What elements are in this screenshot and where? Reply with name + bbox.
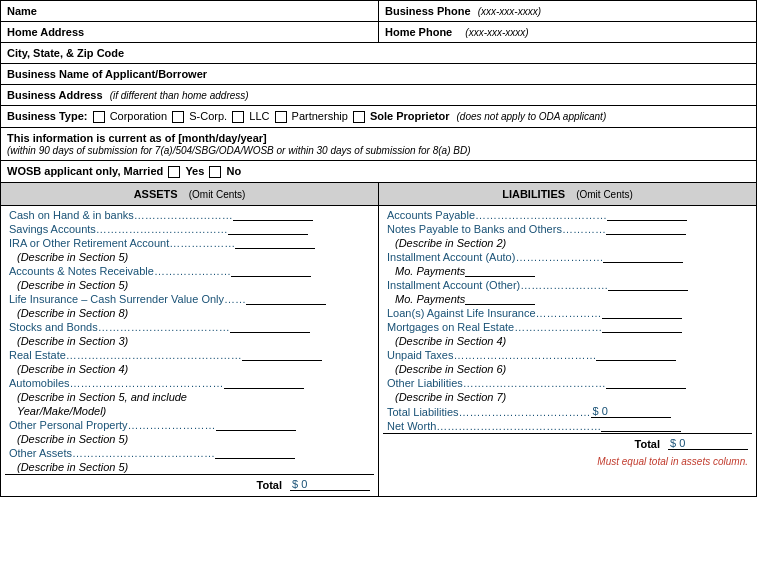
- city-state-zip-row: City, State, & Zip Code: [1, 43, 756, 64]
- form-container: Name Business Phone (xxx-xxx-xxxx) Home …: [0, 0, 757, 497]
- liab-row-other-liab: Other Liabilities…………………………………: [383, 376, 752, 390]
- liab-row-notes-describe: (Describe in Section 2): [383, 236, 752, 250]
- liab-row-installment-auto: Installment Account (Auto)……………………: [383, 250, 752, 264]
- asset-row-life: Life Insurance – Cash Surrender Value On…: [5, 292, 374, 306]
- liab-unpaid-taxes-describe: (Describe in Section 6): [387, 363, 506, 375]
- asset-row-other: Other Assets…………………………………: [5, 446, 374, 460]
- liab-total-label: Total Liabilities………………………………: [387, 406, 591, 418]
- asset-life-label: Life Insurance – Cash Surrender Value On…: [9, 293, 246, 305]
- liab-other-label: Other Liabilities…………………………………: [387, 377, 606, 389]
- al-header-row: ASSETS (Omit Cents) LIABILITIES (Omit Ce…: [1, 183, 756, 206]
- asset-ira-input[interactable]: [235, 237, 315, 249]
- asset-life-describe: (Describe in Section 8): [9, 307, 128, 319]
- asset-row-personal-describe: (Describe in Section 5): [5, 432, 374, 446]
- llc-checkbox[interactable]: [232, 111, 244, 123]
- business-phone-cell: Business Phone (xxx-xxx-xxxx): [379, 1, 756, 21]
- asset-other-input[interactable]: [215, 447, 295, 459]
- liab-installment-auto-label: Installment Account (Auto)……………………: [387, 251, 603, 263]
- no-checkbox[interactable]: [209, 166, 221, 178]
- asset-realestate-describe: (Describe in Section 4): [9, 363, 128, 375]
- asset-other-label: Other Assets…………………………………: [9, 447, 215, 459]
- asset-autos-input[interactable]: [224, 377, 304, 389]
- no-label: No: [226, 165, 241, 177]
- liab-unpaid-taxes-input[interactable]: [596, 349, 676, 361]
- liab-row-net-worth: Net Worth………………………………………: [383, 419, 752, 433]
- asset-savings-input[interactable]: [228, 223, 308, 235]
- liab-loan-life-input[interactable]: [602, 307, 682, 319]
- business-name-label: Business Name of Applicant/Borrower: [7, 68, 207, 80]
- asset-personal-describe: (Describe in Section 5): [9, 433, 128, 445]
- home-address-label: Home Address: [7, 26, 84, 38]
- business-address-cell: Business Address (if different than home…: [1, 85, 756, 105]
- asset-ira-describe: (Describe in Section 5): [9, 251, 128, 263]
- liab-row-notes-payable: Notes Payable to Banks and Others…………: [383, 222, 752, 236]
- liab-mo-payments-auto-input[interactable]: [465, 265, 535, 277]
- asset-row-cash: Cash on Hand & in banks………………………: [5, 208, 374, 222]
- liab-installment-auto-input[interactable]: [603, 251, 683, 263]
- liab-row-unpaid-taxes: Unpaid Taxes…………………………………: [383, 348, 752, 362]
- liab-mortgages-describe: (Describe in Section 4): [387, 335, 506, 347]
- partnership-checkbox[interactable]: [275, 111, 287, 123]
- liabilities-total-label: Total: [635, 438, 660, 450]
- business-address-row: Business Address (if different than home…: [1, 85, 756, 106]
- asset-cash-label: Cash on Hand & in banks………………………: [9, 209, 233, 221]
- asset-stocks-label: Stocks and Bonds………………………………: [9, 321, 230, 333]
- city-state-zip-cell: City, State, & Zip Code: [1, 43, 756, 63]
- liab-row-installment-other: Installment Account (Other)……………………: [383, 278, 752, 292]
- liabilities-section: Accounts Payable……………………………… Notes Payab…: [379, 206, 756, 496]
- asset-realestate-label: Real Estate…………………………………………: [9, 349, 242, 361]
- asset-autos-describe1: (Describe in Section 5, and include: [9, 391, 187, 403]
- liab-unpaid-taxes-label: Unpaid Taxes…………………………………: [387, 349, 596, 361]
- liab-row-other-describe: (Describe in Section 7): [383, 390, 752, 404]
- asset-accounts-input[interactable]: [231, 265, 311, 277]
- business-name-row: Business Name of Applicant/Borrower: [1, 64, 756, 85]
- liab-row-loan-life: Loan(s) Against Life Insurance………………: [383, 306, 752, 320]
- asset-cash-input[interactable]: [233, 209, 313, 221]
- corporation-checkbox[interactable]: [93, 111, 105, 123]
- home-phone-label: Home Phone: [385, 26, 452, 38]
- asset-row-stocks: Stocks and Bonds………………………………: [5, 320, 374, 334]
- sole-prop-checkbox[interactable]: [353, 111, 365, 123]
- asset-row-accounts: Accounts & Notes Receivable…………………: [5, 264, 374, 278]
- business-type-row: Business Type: Corporation S-Corp. LLC P…: [1, 106, 756, 128]
- liab-row-mo-payments-other: Mo. Payments: [383, 292, 752, 306]
- yes-label: Yes: [185, 165, 204, 177]
- asset-personal-label: Other Personal Property……………………: [9, 419, 216, 431]
- liab-accounts-payable-label: Accounts Payable………………………………: [387, 209, 607, 221]
- liab-row-mortgages: Mortgages on Real Estate……………………: [383, 320, 752, 334]
- business-type-label: Business Type:: [7, 110, 88, 122]
- asset-realestate-input[interactable]: [242, 349, 322, 361]
- home-address-row: Home Address Home Phone (xxx-xxx-xxxx): [1, 22, 756, 43]
- liab-other-input[interactable]: [606, 377, 686, 389]
- liab-net-worth-input[interactable]: [601, 420, 681, 432]
- liab-row-unpaid-taxes-describe: (Describe in Section 6): [383, 362, 752, 376]
- liab-mo-payments-other-label: Mo. Payments: [387, 293, 465, 305]
- asset-row-personal: Other Personal Property……………………: [5, 418, 374, 432]
- liab-row-mortgages-describe: (Describe in Section 4): [383, 334, 752, 348]
- liab-net-worth-label: Net Worth………………………………………: [387, 420, 601, 432]
- liab-installment-other-input[interactable]: [608, 279, 688, 291]
- asset-life-input[interactable]: [246, 293, 326, 305]
- partnership-label: Partnership: [292, 110, 348, 122]
- asset-row-savings: Savings Accounts………………………………: [5, 222, 374, 236]
- asset-ira-label: IRA or Other Retirement Account………………: [9, 237, 235, 249]
- liab-notes-payable-input[interactable]: [606, 223, 686, 235]
- name-cell: Name: [1, 1, 379, 21]
- liabilities-note: Must equal total in assets column.: [597, 456, 748, 467]
- asset-personal-input[interactable]: [216, 419, 296, 431]
- asset-row-other-describe: (Describe in Section 5): [5, 460, 374, 474]
- liab-accounts-payable-input[interactable]: [607, 209, 687, 221]
- scorp-checkbox[interactable]: [172, 111, 184, 123]
- assets-total-value: $ 0: [290, 478, 370, 491]
- asset-stocks-input[interactable]: [230, 321, 310, 333]
- yes-checkbox[interactable]: [168, 166, 180, 178]
- city-state-zip-label: City, State, & Zip Code: [7, 47, 124, 59]
- current-as-of-cell: This information is current as of [month…: [1, 128, 756, 160]
- liab-total-value: $ 0: [591, 405, 671, 418]
- asset-autos-label: Automobiles……………………………………: [9, 377, 224, 389]
- asset-accounts-describe: (Describe in Section 5): [9, 279, 128, 291]
- liab-mo-payments-other-input[interactable]: [465, 293, 535, 305]
- liab-mortgages-input[interactable]: [602, 321, 682, 333]
- asset-row-ira: IRA or Other Retirement Account………………: [5, 236, 374, 250]
- scorp-label: S-Corp.: [189, 110, 227, 122]
